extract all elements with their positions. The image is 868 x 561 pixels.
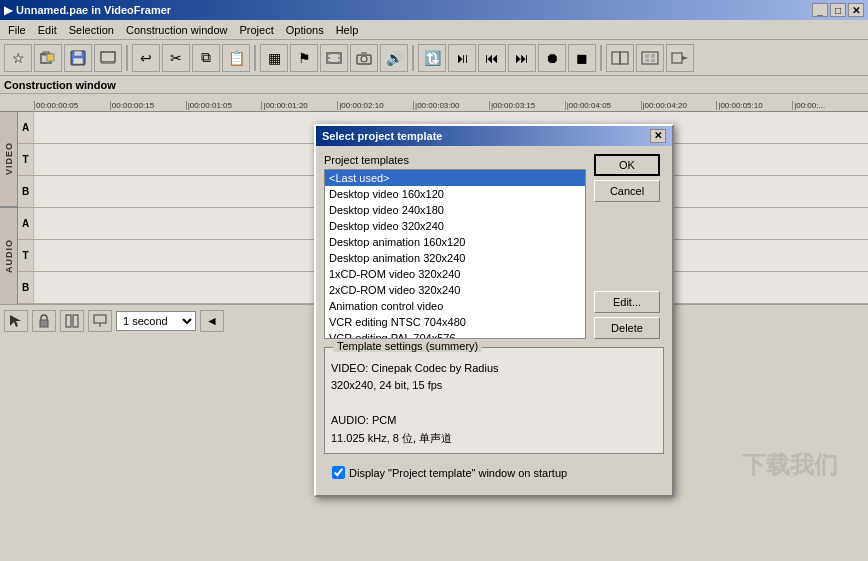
- menu-selection[interactable]: Selection: [63, 22, 120, 38]
- toolbar-paste-btn[interactable]: 📋: [222, 44, 250, 72]
- close-button[interactable]: ✕: [848, 3, 864, 17]
- marker-btn[interactable]: [88, 310, 112, 332]
- svg-rect-18: [612, 52, 620, 64]
- template-item-desktop-anim-160x120[interactable]: Desktop animation 160x120: [325, 234, 585, 250]
- ruler-tick-8: |00:00:04:05: [565, 101, 641, 110]
- app-icon: ▶: [4, 4, 12, 17]
- toolbar-cut-btn[interactable]: ✂: [162, 44, 190, 72]
- toolbar-frame-btn[interactable]: [636, 44, 664, 72]
- modal-left-panel: Project templates <Last used> Desktop vi…: [324, 154, 586, 339]
- svg-rect-19: [620, 52, 628, 64]
- video-row-T-label: T: [18, 144, 34, 175]
- template-item-last-used[interactable]: <Last used>: [325, 170, 585, 186]
- toolbar-save-btn[interactable]: [64, 44, 92, 72]
- toolbar-filmstrip-btn[interactable]: [606, 44, 634, 72]
- menu-help[interactable]: Help: [330, 22, 365, 38]
- svg-rect-10: [327, 57, 330, 59]
- toolbar-open-btn[interactable]: [34, 44, 62, 72]
- modal-footer: Display "Project template" window on sta…: [324, 462, 664, 487]
- ruler-tick-2: 00:00:00:15: [110, 101, 186, 110]
- toolbar-camera-btn[interactable]: [350, 44, 378, 72]
- svg-rect-30: [73, 315, 78, 327]
- template-item-vcr-pal[interactable]: VCR editing PAL 704x576: [325, 330, 585, 339]
- toolbar-record-btn[interactable]: ⏺: [538, 44, 566, 72]
- arrow-tool-btn[interactable]: [4, 310, 28, 332]
- minimize-button[interactable]: _: [812, 3, 828, 17]
- template-list[interactable]: <Last used> Desktop video 160x120 Deskto…: [324, 169, 586, 339]
- toolbar-new-btn[interactable]: ☆: [4, 44, 32, 72]
- toolbar-sep-1: [126, 45, 128, 71]
- prev-frame-btn[interactable]: ◄: [200, 310, 224, 332]
- template-item-desktop-160x120[interactable]: Desktop video 160x120: [325, 186, 585, 202]
- menu-edit[interactable]: Edit: [32, 22, 63, 38]
- settings-line-1: VIDEO: Cinepak Codec by Radius: [331, 360, 657, 378]
- menu-project[interactable]: Project: [233, 22, 279, 38]
- cancel-button[interactable]: Cancel: [594, 180, 660, 202]
- edit-button[interactable]: Edit...: [594, 291, 660, 313]
- maximize-button[interactable]: □: [830, 3, 846, 17]
- toolbar-grid-btn[interactable]: ▦: [260, 44, 288, 72]
- svg-rect-4: [74, 51, 82, 56]
- svg-rect-28: [40, 320, 48, 327]
- toolbar-play-btn[interactable]: ⏯: [448, 44, 476, 72]
- template-item-1xcd-320x240[interactable]: 1xCD-ROM video 320x240: [325, 266, 585, 282]
- modal-title: Select project template: [322, 130, 442, 142]
- ruler-tick-5: |00:00:02:10: [337, 101, 413, 110]
- toolbar-next-btn[interactable]: ⏭: [508, 44, 536, 72]
- toolbar-film-btn[interactable]: [320, 44, 348, 72]
- modal-title-bar: Select project template ✕: [316, 126, 672, 146]
- toolbar-sep-2: [254, 45, 256, 71]
- svg-rect-6: [101, 52, 115, 62]
- audio-row-T-label: T: [18, 240, 34, 271]
- settings-line-3: [331, 395, 657, 413]
- toolbar-render-btn[interactable]: [666, 44, 694, 72]
- split-btn[interactable]: [60, 310, 84, 332]
- zoom-dropdown[interactable]: 1 second 2 seconds 5 seconds 10 seconds …: [116, 311, 196, 331]
- settings-line-5: 11.025 kHz, 8 位, 单声道: [331, 430, 657, 448]
- startup-checkbox[interactable]: [332, 466, 345, 479]
- delete-button[interactable]: Delete: [594, 317, 660, 339]
- ok-button[interactable]: OK: [594, 154, 660, 176]
- toolbar-flag-btn[interactable]: ⚑: [290, 44, 318, 72]
- startup-checkbox-label: Display "Project template" window on sta…: [349, 467, 567, 479]
- ruler-tick-7: |00:00:03:15: [489, 101, 565, 110]
- template-item-animation-ctrl[interactable]: Animation control video: [325, 298, 585, 314]
- template-item-2xcd-320x240[interactable]: 2xCD-ROM video 320x240: [325, 282, 585, 298]
- svg-rect-11: [327, 61, 330, 63]
- svg-rect-9: [327, 53, 330, 55]
- lock-btn[interactable]: [32, 310, 56, 332]
- ruler-tick-10: |00:00:05:10: [716, 101, 792, 110]
- template-item-desktop-anim-320x240[interactable]: Desktop animation 320x240: [325, 250, 585, 266]
- window-title: Unnamed.pae in VideoFramer: [16, 4, 171, 16]
- template-item-desktop-240x180[interactable]: Desktop video 240x180: [325, 202, 585, 218]
- toolbar-preview-btn[interactable]: [94, 44, 122, 72]
- menu-file[interactable]: File: [2, 22, 32, 38]
- modal-close-button[interactable]: ✕: [650, 129, 666, 143]
- ruler-marks-container: 00:00:00:05 00:00:00:15 |00:00:01:05 |00…: [0, 101, 868, 110]
- svg-rect-29: [66, 315, 71, 327]
- toolbar-undo-btn[interactable]: ↩: [132, 44, 160, 72]
- menu-construction-window[interactable]: Construction window: [120, 22, 234, 38]
- toolbar-copy-btn[interactable]: ⧉: [192, 44, 220, 72]
- toolbar-sep-4: [600, 45, 602, 71]
- template-item-vcr-ntsc[interactable]: VCR editing NTSC 704x480: [325, 314, 585, 330]
- title-bar: ▶ Unnamed.pae in VideoFramer _ □ ✕: [0, 0, 868, 20]
- template-item-desktop-320x240[interactable]: Desktop video 320x240: [325, 218, 585, 234]
- template-settings-section: Template settings (summery) VIDEO: Cinep…: [324, 347, 664, 455]
- title-bar-buttons: _ □ ✕: [812, 3, 864, 17]
- menu-bar: File Edit Selection Construction window …: [0, 20, 868, 40]
- toolbar-refresh-btn[interactable]: 🔃: [418, 44, 446, 72]
- toolbar-stop-btn[interactable]: ◼: [568, 44, 596, 72]
- svg-rect-17: [361, 52, 367, 55]
- toolbar-audio-btn[interactable]: 🔊: [380, 44, 408, 72]
- toolbar-prev-btn[interactable]: ⏮: [478, 44, 506, 72]
- main-toolbar: ☆ ↩ ✂ ⧉ 📋 ▦ ⚑ 🔊 🔃 ⏯ ⏮ ⏭ ⏺ ◼: [0, 40, 868, 76]
- menu-options[interactable]: Options: [280, 22, 330, 38]
- svg-rect-21: [645, 54, 649, 58]
- svg-rect-24: [651, 59, 655, 62]
- watermark: 下载我们: [742, 449, 838, 481]
- ruler-tick-3: |00:00:01:05: [186, 101, 262, 110]
- video-row-B-label: B: [18, 176, 34, 207]
- modal-top-row: Project templates <Last used> Desktop vi…: [324, 154, 664, 339]
- video-row-A-label: A: [18, 112, 34, 143]
